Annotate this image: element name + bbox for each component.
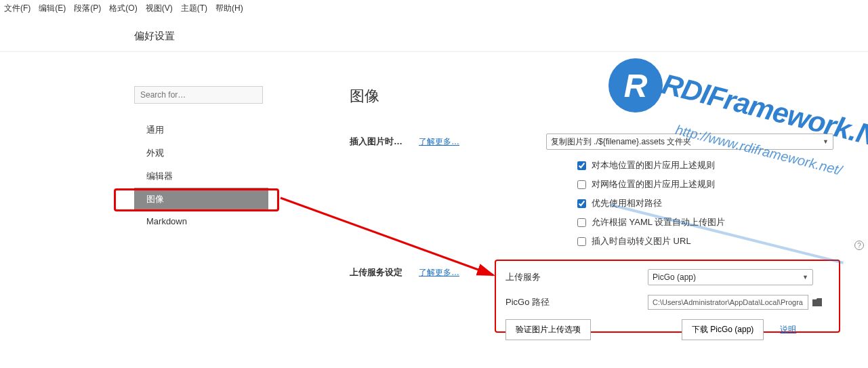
insert-action-value: 复制图片到 ./${filename}.assets 文件夹: [551, 136, 691, 148]
watermark-logo: R: [608, 58, 663, 113]
upload-service-heading: 上传服务设定: [350, 266, 417, 279]
checkbox-network-rule-input[interactable]: [577, 180, 586, 189]
picgo-path-input[interactable]: [648, 295, 808, 310]
chevron-down-icon: ▼: [802, 274, 808, 281]
menu-view[interactable]: 视图(V): [146, 3, 173, 14]
checkbox-relative-path-label: 优先使用相对路径: [592, 197, 662, 209]
checkbox-network-rule-label: 对网络位置的图片应用上述规则: [592, 178, 715, 190]
help-link[interactable]: 说明: [780, 324, 796, 335]
sidebar-item-markdown[interactable]: Markdown: [134, 211, 268, 232]
sidebar: 通用 外观 编辑器 图像 Markdown: [134, 86, 268, 288]
checkbox-escape-url-label: 插入时自动转义图片 URL: [592, 235, 691, 247]
menu-format[interactable]: 格式(O): [109, 3, 137, 14]
learn-more-upload[interactable]: 了解更多…: [419, 267, 459, 279]
insert-image-label: 插入图片时…: [350, 136, 417, 148]
checkbox-local-rule-input[interactable]: [577, 161, 586, 170]
upload-service-value: PicGo (app): [653, 272, 696, 282]
checkbox-local-rule[interactable]: 对本地位置的图片应用上述规则: [577, 159, 868, 171]
upload-settings-box: 上传服务 PicGo (app) ▼ PicGo 路径 验证图片上传选项 下载 …: [495, 260, 840, 333]
sidebar-item-image[interactable]: 图像: [134, 188, 268, 211]
sidebar-item-editor[interactable]: 编辑器: [134, 165, 268, 188]
checkbox-yaml-upload[interactable]: 允许根据 YAML 设置自动上传图片: [577, 216, 868, 228]
download-picgo-button[interactable]: 下载 PicGo (app): [682, 319, 764, 340]
main-pane: 图像 插入图片时… 了解更多… 复制图片到 ./${filename}.asse…: [350, 86, 868, 288]
upload-service-label: 上传服务: [505, 271, 648, 283]
menu-theme[interactable]: 主题(T): [181, 3, 207, 14]
page-title: 偏好设置: [0, 18, 868, 52]
menu-file[interactable]: 文件(F): [4, 3, 30, 14]
validate-upload-button[interactable]: 验证图片上传选项: [505, 319, 591, 340]
menu-help[interactable]: 帮助(H): [215, 3, 243, 14]
search-input[interactable]: [134, 86, 263, 104]
checkbox-yaml-upload-label: 允许根据 YAML 设置自动上传图片: [592, 216, 725, 228]
help-icon[interactable]: ?: [854, 241, 864, 250]
learn-more-insert[interactable]: 了解更多…: [419, 136, 459, 148]
insert-action-select[interactable]: 复制图片到 ./${filename}.assets 文件夹 ▼: [546, 134, 833, 150]
checkbox-relative-path[interactable]: 优先使用相对路径: [577, 197, 868, 209]
checkbox-yaml-upload-input[interactable]: [577, 218, 586, 227]
upload-service-select[interactable]: PicGo (app) ▼: [648, 269, 813, 285]
checkbox-local-rule-label: 对本地位置的图片应用上述规则: [592, 159, 715, 171]
sidebar-item-appearance[interactable]: 外观: [134, 142, 268, 165]
checkbox-escape-url[interactable]: 插入时自动转义图片 URL: [577, 235, 868, 247]
checkbox-escape-url-input[interactable]: [577, 237, 586, 246]
menu-edit[interactable]: 编辑(E): [39, 3, 66, 14]
checkbox-network-rule[interactable]: 对网络位置的图片应用上述规则: [577, 178, 868, 190]
menu-bar: 文件(F) 编辑(E) 段落(P) 格式(O) 视图(V) 主题(T) 帮助(H…: [0, 0, 868, 18]
checkbox-relative-path-input[interactable]: [577, 199, 586, 208]
chevron-down-icon: ▼: [823, 138, 829, 145]
picgo-path-label: PicGo 路径: [505, 296, 648, 308]
folder-icon[interactable]: [812, 298, 822, 306]
sidebar-item-general[interactable]: 通用: [134, 119, 268, 142]
menu-paragraph[interactable]: 段落(P): [74, 3, 101, 14]
